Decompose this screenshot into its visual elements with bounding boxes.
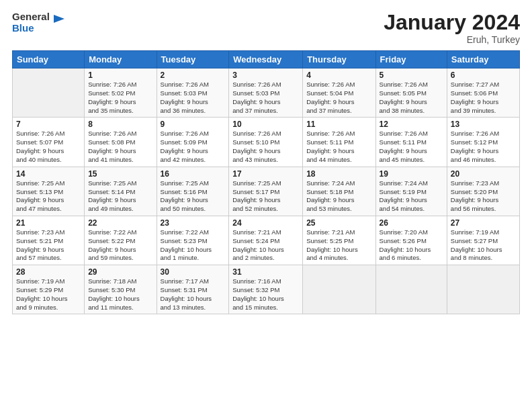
day-number: 27 [451, 218, 516, 228]
calendar-cell: 31Sunrise: 7:16 AMSunset: 5:32 PMDayligh… [229, 265, 303, 314]
col-tuesday: Tuesday [157, 51, 229, 68]
day-number: 3 [232, 71, 299, 80]
col-saturday: Saturday [447, 51, 519, 68]
day-number: 12 [380, 120, 443, 129]
calendar-cell: 27Sunrise: 7:19 AMSunset: 5:27 PMDayligh… [447, 216, 519, 265]
calendar-cell: 10Sunrise: 7:26 AMSunset: 5:10 PMDayligh… [229, 118, 303, 167]
col-monday: Monday [85, 51, 157, 68]
day-number: 22 [88, 218, 152, 228]
day-number: 2 [161, 71, 226, 80]
day-number: 16 [161, 169, 226, 179]
calendar-cell: 25Sunrise: 7:21 AMSunset: 5:25 PMDayligh… [303, 216, 375, 265]
col-friday: Friday [375, 51, 447, 68]
day-number: 17 [232, 169, 299, 179]
day-number: 9 [161, 120, 226, 129]
calendar-cell: 18Sunrise: 7:24 AMSunset: 5:18 PMDayligh… [303, 167, 375, 216]
day-content: Sunrise: 7:21 AMSunset: 5:24 PMDaylight:… [232, 228, 284, 261]
calendar-cell: 16Sunrise: 7:25 AMSunset: 5:16 PMDayligh… [157, 167, 229, 216]
day-number: 6 [451, 71, 516, 80]
calendar-cell [447, 265, 519, 314]
calendar-cell: 20Sunrise: 7:23 AMSunset: 5:20 PMDayligh… [447, 167, 519, 216]
day-content: Sunrise: 7:26 AMSunset: 5:11 PMDaylight:… [380, 130, 428, 163]
day-content: Sunrise: 7:26 AMSunset: 5:03 PMDaylight:… [232, 81, 281, 113]
calendar-cell: 3Sunrise: 7:26 AMSunset: 5:03 PMDaylight… [229, 68, 303, 118]
calendar-table: Sunday Monday Tuesday Wednesday Thursday… [12, 50, 520, 314]
day-content: Sunrise: 7:24 AMSunset: 5:19 PMDaylight:… [380, 179, 428, 212]
day-number: 26 [380, 218, 443, 228]
day-content: Sunrise: 7:26 AMSunset: 5:05 PMDaylight:… [380, 81, 428, 113]
day-number: 19 [380, 169, 443, 179]
day-number: 4 [306, 71, 371, 80]
calendar-cell: 9Sunrise: 7:26 AMSunset: 5:09 PMDaylight… [157, 118, 229, 167]
day-content: Sunrise: 7:16 AMSunset: 5:32 PMDaylight:… [232, 277, 284, 310]
day-number: 24 [232, 218, 299, 228]
title-area: January 2024 Eruh, Turkey [384, 11, 520, 45]
day-number: 10 [232, 120, 299, 129]
day-number: 25 [306, 218, 371, 228]
day-number: 28 [16, 267, 81, 277]
day-number: 18 [306, 169, 371, 179]
day-content: Sunrise: 7:27 AMSunset: 5:06 PMDaylight:… [451, 81, 499, 113]
calendar-cell [303, 265, 375, 314]
day-number: 31 [232, 267, 299, 277]
header: General Blue January 2024 Eruh, Turkey [12, 11, 520, 45]
day-content: Sunrise: 7:23 AMSunset: 5:20 PMDaylight:… [451, 179, 499, 212]
calendar-cell: 11Sunrise: 7:26 AMSunset: 5:11 PMDayligh… [303, 118, 375, 167]
calendar-cell: 7Sunrise: 7:26 AMSunset: 5:07 PMDaylight… [13, 118, 85, 167]
day-content: Sunrise: 7:17 AMSunset: 5:31 PMDaylight:… [161, 277, 212, 310]
calendar-cell: 13Sunrise: 7:26 AMSunset: 5:12 PMDayligh… [447, 118, 519, 167]
day-number: 14 [16, 169, 81, 179]
day-content: Sunrise: 7:26 AMSunset: 5:10 PMDaylight:… [232, 130, 281, 163]
calendar-week-2: 7Sunrise: 7:26 AMSunset: 5:07 PMDaylight… [13, 118, 520, 167]
day-content: Sunrise: 7:26 AMSunset: 5:09 PMDaylight:… [161, 130, 209, 163]
day-number: 21 [16, 218, 81, 228]
calendar-cell: 17Sunrise: 7:25 AMSunset: 5:17 PMDayligh… [229, 167, 303, 216]
calendar-cell: 19Sunrise: 7:24 AMSunset: 5:19 PMDayligh… [375, 167, 447, 216]
svg-marker-0 [54, 15, 64, 23]
day-content: Sunrise: 7:26 AMSunset: 5:08 PMDaylight:… [88, 130, 136, 163]
logo-blue: Blue [12, 22, 50, 34]
calendar-cell: 1Sunrise: 7:26 AMSunset: 5:02 PMDaylight… [85, 68, 157, 118]
calendar-cell: 22Sunrise: 7:22 AMSunset: 5:22 PMDayligh… [85, 216, 157, 265]
calendar-week-1: 1Sunrise: 7:26 AMSunset: 5:02 PMDaylight… [13, 68, 520, 118]
day-number: 8 [88, 120, 152, 129]
day-content: Sunrise: 7:19 AMSunset: 5:27 PMDaylight:… [451, 228, 502, 261]
calendar-cell: 4Sunrise: 7:26 AMSunset: 5:04 PMDaylight… [303, 68, 375, 118]
month-title: January 2024 [384, 11, 520, 34]
col-sunday: Sunday [13, 51, 85, 68]
day-content: Sunrise: 7:26 AMSunset: 5:07 PMDaylight:… [16, 130, 64, 163]
calendar-cell: 30Sunrise: 7:17 AMSunset: 5:31 PMDayligh… [157, 265, 229, 314]
day-number: 30 [161, 267, 226, 277]
day-number: 1 [88, 71, 152, 80]
calendar-cell: 5Sunrise: 7:26 AMSunset: 5:05 PMDaylight… [375, 68, 447, 118]
day-content: Sunrise: 7:23 AMSunset: 5:21 PMDaylight:… [16, 228, 64, 261]
day-content: Sunrise: 7:19 AMSunset: 5:29 PMDaylight:… [16, 277, 68, 310]
day-number: 15 [88, 169, 152, 179]
calendar-cell: 14Sunrise: 7:25 AMSunset: 5:13 PMDayligh… [13, 167, 85, 216]
day-content: Sunrise: 7:22 AMSunset: 5:23 PMDaylight:… [161, 228, 212, 261]
calendar-cell [13, 68, 85, 118]
day-number: 5 [380, 71, 443, 80]
calendar-cell: 15Sunrise: 7:25 AMSunset: 5:14 PMDayligh… [85, 167, 157, 216]
header-row: Sunday Monday Tuesday Wednesday Thursday… [13, 51, 520, 68]
calendar-cell: 26Sunrise: 7:20 AMSunset: 5:26 PMDayligh… [375, 216, 447, 265]
calendar-cell [375, 265, 447, 314]
calendar-cell: 12Sunrise: 7:26 AMSunset: 5:11 PMDayligh… [375, 118, 447, 167]
day-content: Sunrise: 7:25 AMSunset: 5:17 PMDaylight:… [232, 179, 281, 212]
day-number: 20 [451, 169, 516, 179]
calendar-week-4: 21Sunrise: 7:23 AMSunset: 5:21 PMDayligh… [13, 216, 520, 265]
day-content: Sunrise: 7:26 AMSunset: 5:02 PMDaylight:… [88, 81, 136, 113]
calendar-cell: 8Sunrise: 7:26 AMSunset: 5:08 PMDaylight… [85, 118, 157, 167]
day-content: Sunrise: 7:26 AMSunset: 5:03 PMDaylight:… [161, 81, 209, 113]
calendar-cell: 29Sunrise: 7:18 AMSunset: 5:30 PMDayligh… [85, 265, 157, 314]
day-content: Sunrise: 7:26 AMSunset: 5:04 PMDaylight:… [306, 81, 355, 113]
day-number: 23 [161, 218, 226, 228]
day-number: 29 [88, 267, 152, 277]
day-content: Sunrise: 7:22 AMSunset: 5:22 PMDaylight:… [88, 228, 136, 261]
logo-flag-icon [51, 13, 66, 28]
day-content: Sunrise: 7:25 AMSunset: 5:14 PMDaylight:… [88, 179, 136, 212]
calendar-cell: 21Sunrise: 7:23 AMSunset: 5:21 PMDayligh… [13, 216, 85, 265]
day-content: Sunrise: 7:24 AMSunset: 5:18 PMDaylight:… [306, 179, 355, 212]
logo: General Blue [12, 11, 66, 34]
calendar-cell: 6Sunrise: 7:27 AMSunset: 5:06 PMDaylight… [447, 68, 519, 118]
